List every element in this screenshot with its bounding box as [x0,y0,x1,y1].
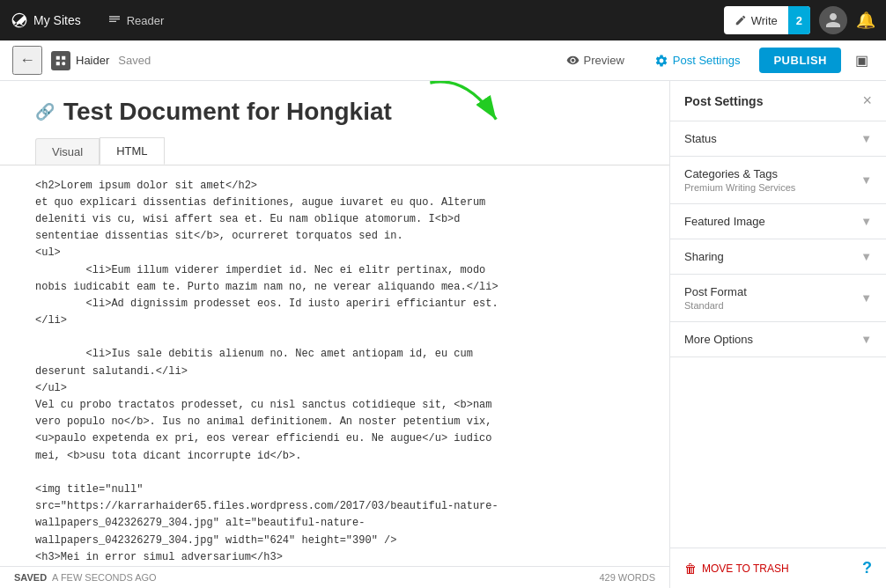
saved-time: A FEW SECONDS AGO [52,572,157,583]
settings-gear-icon [654,54,668,68]
featured-image-chevron-icon: ▼ [860,215,872,228]
site-logo-icon [55,55,67,67]
categories-chevron-icon: ▼ [860,173,872,187]
sidebar-section-sharing: Sharing ▼ [670,239,886,275]
editor-toolbar: ← Haider Saved Preview Post Settings PUB… [0,40,886,81]
more-options-section-label: More Options [684,333,753,346]
close-sidebar-button[interactable]: × [862,92,872,110]
sharing-chevron-icon: ▼ [860,250,872,263]
write-label: Write [724,14,788,27]
status-section-header[interactable]: Status ▼ [670,121,886,156]
notifications-bell[interactable]: 🔔 [856,11,875,30]
sidebar-section-more-options: More Options ▼ [670,322,886,357]
saved-status: Saved [118,54,151,67]
status-bar-left: SAVED A FEW SECONDS AGO [14,572,157,583]
status-chevron-icon: ▼ [860,132,872,145]
editor-area: 🔗 Test Document for Hongkiat Visual HTML… [0,81,669,588]
my-sites-label: My Sites [33,13,81,27]
saved-indicator: SAVED [14,572,47,583]
editor-tabs: Visual HTML [0,127,669,165]
sidebar-section-categories: Categories & Tags Premium Writing Servic… [670,157,886,204]
avatar-icon [824,11,842,29]
write-button[interactable]: Write 2 [724,6,810,34]
site-name: Haider [76,54,109,67]
status-bar: SAVED A FEW SECONDS AGO 429 WORDS [0,566,669,588]
tab-html[interactable]: HTML [100,137,164,165]
reader-label: Reader [127,14,165,27]
sidebar-header: Post Settings × [670,81,886,121]
preview-button[interactable]: Preview [556,48,635,72]
sidebar-footer: 🗑 MOVE TO TRASH ? [670,548,886,588]
post-format-section-label: Post Format Standard [684,285,747,311]
sidebar-section-status: Status ▼ [670,121,886,157]
wordpress-icon [11,11,28,29]
sharing-section-label: Sharing [684,250,724,263]
write-badge: 2 [788,6,810,34]
post-title[interactable]: Test Document for Hongkiat [63,97,392,127]
featured-image-section-header[interactable]: Featured Image ▼ [670,204,886,239]
tab-visual[interactable]: Visual [35,138,100,165]
permalink-icon: 🔗 [35,102,55,121]
sidebar-section-post-format: Post Format Standard ▼ [670,275,886,322]
nav-right: Write 2 🔔 [724,6,875,34]
more-options-section-header[interactable]: More Options ▼ [670,322,886,356]
post-format-section-header[interactable]: Post Format Standard ▼ [670,275,886,321]
trash-icon: 🗑 [684,562,697,576]
write-icon [735,14,747,26]
post-settings-sidebar: Post Settings × Status ▼ Categories & Ta… [669,81,886,588]
site-icon [51,51,70,70]
editor-content[interactable]: <h2>Lorem ipsum dolor sit amet</h2> et q… [0,165,669,566]
publish-button[interactable]: PUBLISH [759,48,841,73]
my-sites-link[interactable]: My Sites [11,11,81,29]
move-to-trash-label: MOVE TO TRASH [702,562,789,575]
sidebar-section-featured-image: Featured Image ▼ [670,204,886,239]
more-options-chevron-icon: ▼ [860,333,872,346]
move-to-trash-button[interactable]: 🗑 MOVE TO TRASH [684,562,789,576]
help-button[interactable]: ? [862,559,872,577]
sharing-section-header[interactable]: Sharing ▼ [670,239,886,274]
main-layout: 🔗 Test Document for Hongkiat Visual HTML… [0,81,886,588]
post-settings-button[interactable]: Post Settings [644,48,751,73]
back-button[interactable]: ← [12,46,42,75]
word-count: 429 WORDS [599,572,655,583]
preview-label: Preview [584,54,624,67]
categories-section-header[interactable]: Categories & Tags Premium Writing Servic… [670,157,886,203]
featured-image-section-label: Featured Image [684,215,765,228]
post-settings-label: Post Settings [673,54,741,67]
reader-icon [107,13,122,27]
sidebar-title: Post Settings [684,94,763,108]
top-navigation: My Sites Reader Write 2 🔔 [0,0,886,40]
user-avatar[interactable] [819,6,847,34]
preview-icon [566,54,580,67]
post-format-chevron-icon: ▼ [860,291,872,305]
fullscreen-button[interactable]: ▣ [850,48,874,72]
title-row: 🔗 Test Document for Hongkiat [0,81,669,127]
reader-link[interactable]: Reader [99,13,174,27]
status-section-label: Status [684,132,717,145]
site-info: Haider [51,51,109,70]
categories-section-label: Categories & Tags Premium Writing Servic… [684,167,795,193]
